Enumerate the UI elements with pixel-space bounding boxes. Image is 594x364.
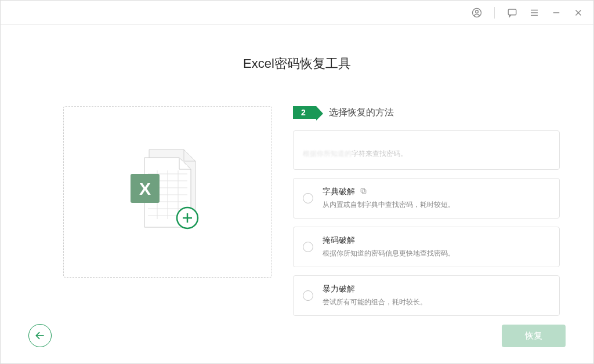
- main-content: X 2 选择恢复的方法 根据你所知道的字符来查找密码。: [1, 106, 593, 324]
- method-option-bruteforce[interactable]: 暴力破解 尝试所有可能的组合，耗时较长。: [293, 275, 560, 316]
- back-button[interactable]: [28, 324, 52, 347]
- method-2-title: 掩码破解: [323, 235, 355, 246]
- method-option-0[interactable]: 根据你所知道的字符来查找密码。: [293, 130, 560, 170]
- svg-rect-25: [361, 188, 365, 192]
- method-option-mask[interactable]: 掩码破解 根据你所知道的密码信息更快地查找密码。: [293, 227, 560, 267]
- recover-button[interactable]: 恢复: [502, 325, 566, 347]
- svg-point-1: [476, 10, 479, 13]
- page-title: Excel密码恢复工具: [1, 55, 593, 72]
- copy-icon: [360, 187, 367, 196]
- svg-rect-24: [362, 190, 366, 194]
- footer: 恢复: [1, 324, 593, 347]
- menu-icon[interactable]: [528, 7, 540, 19]
- method-3-desc: 尝试所有可能的组合，耗时较长。: [323, 297, 550, 307]
- method-1-desc: 从内置或自制字典中查找密码，耗时较短。: [323, 199, 550, 210]
- minimize-icon[interactable]: [550, 7, 562, 19]
- method-3-title: 暴力破解: [323, 284, 355, 294]
- method-0-desc: 根据你所知道的字符来查找密码。: [303, 148, 550, 159]
- radio-icon: [303, 290, 313, 301]
- method-1-title: 字典破解: [323, 187, 355, 197]
- svg-rect-2: [508, 9, 516, 15]
- method-2-desc: 根据你所知道的密码信息更快地查找密码。: [323, 248, 550, 259]
- excel-file-icon: X: [127, 148, 208, 235]
- step-badge: 2: [293, 106, 316, 119]
- step-title: 选择恢复的方法: [329, 107, 394, 119]
- feedback-icon[interactable]: [506, 7, 518, 19]
- radio-icon: [303, 193, 313, 203]
- user-icon[interactable]: [471, 7, 483, 19]
- svg-text:X: X: [139, 179, 151, 198]
- close-icon[interactable]: [573, 7, 584, 19]
- titlebar: [1, 1, 593, 25]
- method-option-dictionary[interactable]: 字典破解 从内置或自制字典中查找密码，耗时较短。: [293, 178, 560, 219]
- step-header: 2 选择恢复的方法: [293, 106, 560, 119]
- file-drop-zone[interactable]: X: [63, 106, 272, 278]
- separator: [494, 7, 495, 19]
- radio-icon: [303, 242, 313, 252]
